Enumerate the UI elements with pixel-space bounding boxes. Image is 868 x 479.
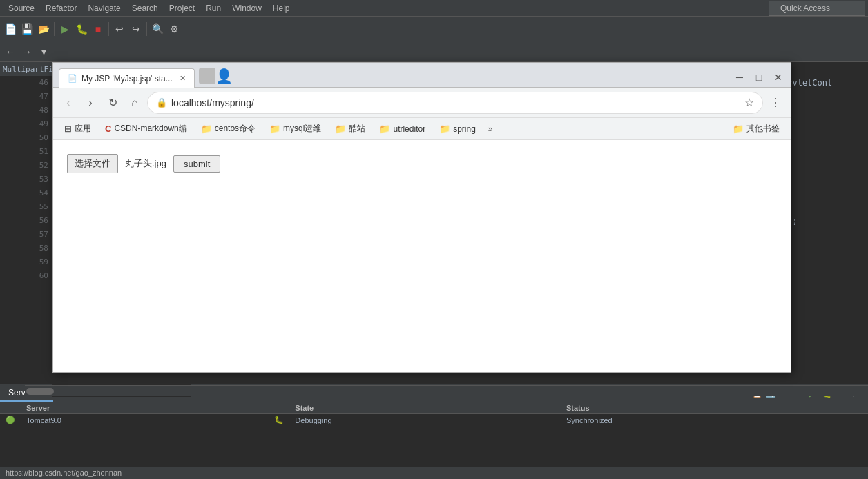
right-code-9: [778, 200, 868, 214]
menu-window[interactable]: Window: [226, 2, 267, 14]
submit-button[interactable]: submit: [173, 155, 220, 173]
csdn-label: CSDN-markdown编: [114, 123, 186, 135]
right-spacer: [778, 62, 868, 76]
bookmark-kuzhan[interactable]: 📁 酷站: [329, 120, 371, 137]
bookmarks-more-button[interactable]: »: [484, 121, 497, 137]
ide-toolbar2: ← → ▾: [0, 41, 868, 62]
left-file-panel: MultipartFilt 46 47 48 49 50 51 52 53 54…: [0, 62, 52, 283]
browser-titlebar: 📄 My JSP 'MyJsp.jsp' sta... ✕ 👤 ─ □ ✕: [53, 63, 791, 88]
bookmark-apps[interactable]: ⊞ 应用: [59, 120, 97, 137]
col-icon: [0, 402, 21, 414]
browser-menu-button[interactable]: ⋮: [766, 93, 785, 113]
redo-btn[interactable]: ↪: [128, 21, 144, 37]
kuzhan-label: 酷站: [349, 123, 365, 135]
row-icon: 🟢: [0, 414, 21, 427]
save-btn[interactable]: 💾: [19, 21, 35, 37]
search-btn[interactable]: 🔍: [150, 21, 165, 37]
browser-tab[interactable]: 📄 My JSP 'MyJsp.jsp' sta... ✕: [59, 68, 195, 88]
file-name-display: 丸子头.jpg: [125, 157, 166, 170]
toolbar-separator-1: [54, 22, 55, 36]
col-state-icon: [269, 402, 289, 414]
kuzhan-folder-icon: 📁: [335, 124, 346, 134]
utrleditor-folder-icon: 📁: [379, 124, 390, 134]
bookmark-mysql[interactable]: 📁 mysql运维: [264, 120, 327, 137]
new-file-btn[interactable]: 📄: [3, 21, 18, 37]
right-code-5: [778, 145, 868, 159]
minimize-button[interactable]: ─: [733, 70, 746, 84]
bookmark-spring[interactable]: 📁 spring: [434, 121, 481, 137]
forward-nav-button[interactable]: ›: [81, 93, 100, 113]
server-status: Synchronized: [561, 414, 868, 427]
status-bar: https://blog.csdn.net/gao_zhennan: [0, 467, 868, 479]
stop-btn[interactable]: ■: [90, 21, 106, 37]
quick-access-input[interactable]: Quick Access: [769, 1, 865, 16]
csdn-icon: C: [105, 124, 111, 134]
spring-label: spring: [453, 124, 476, 134]
other-label: 其他书签: [746, 123, 780, 135]
col-state: State: [289, 402, 547, 414]
apps-label: 应用: [75, 123, 91, 135]
right-code-1: [778, 90, 868, 104]
back-nav-button[interactable]: ‹: [59, 93, 78, 113]
menu-search[interactable]: Search: [126, 2, 164, 14]
right-code-10: ');: [778, 214, 868, 228]
bookmark-other[interactable]: 📁 其他书签: [727, 120, 785, 137]
spring-folder-icon: 📁: [439, 124, 450, 134]
new-tab-button[interactable]: [199, 68, 215, 84]
menu-refactor[interactable]: Refactor: [40, 2, 82, 14]
centos-folder-icon: 📁: [201, 124, 212, 134]
right-code-4: [778, 131, 868, 145]
close-button[interactable]: ✕: [771, 70, 785, 84]
utrleditor-label: utrleditor: [393, 124, 425, 134]
refresh-nav-button[interactable]: ↻: [103, 93, 122, 113]
ide-menubar: Source Refactor Navigate Search Project …: [0, 0, 868, 17]
bookmark-centos[interactable]: 📁 centos命令: [195, 120, 261, 137]
tab-close-icon[interactable]: ✕: [180, 74, 186, 83]
col-status: Status: [561, 402, 868, 414]
bookmark-csdn[interactable]: C CSDN-markdown编: [99, 120, 193, 137]
open-btn[interactable]: 📂: [36, 21, 51, 37]
run-btn[interactable]: ▶: [57, 21, 73, 37]
line-numbers: 46 47 48 49 50 51 52 53 54 55 56 57 58 5…: [0, 76, 52, 283]
bookmark-utrleditor[interactable]: 📁 utrleditor: [374, 121, 431, 137]
window-controls: ─ □ ✕: [733, 70, 785, 87]
right-code-panel: ervletCont ');: [778, 62, 868, 228]
nav-dropdown-btn[interactable]: ▾: [36, 44, 51, 59]
address-bar[interactable]: 🔒 localhost/myspring/ ☆: [147, 92, 763, 114]
menu-source[interactable]: Source: [3, 2, 40, 14]
file-upload-form: 选择文件 丸子头.jpg submit: [67, 154, 777, 173]
toolbar-separator-3: [146, 22, 147, 36]
other-folder-icon: 📁: [733, 124, 744, 134]
right-code-7: [778, 173, 868, 186]
menu-navigate[interactable]: Navigate: [82, 2, 126, 14]
menu-help[interactable]: Help: [267, 2, 296, 14]
settings-btn[interactable]: ⚙: [166, 21, 182, 37]
server-table: Server State Status 🟢 Tomcat9.0 🐛 Debugg…: [0, 402, 868, 426]
choose-file-button[interactable]: 选择文件: [67, 154, 118, 173]
bookmark-star-icon[interactable]: ☆: [744, 96, 754, 109]
apps-icon: ⊞: [64, 124, 72, 134]
toolbar-separator-2: [108, 22, 109, 36]
user-icon: 👤: [215, 68, 233, 87]
menu-run[interactable]: Run: [200, 2, 226, 14]
scrollbar-thumb[interactable]: [26, 388, 54, 395]
status-url: https://blog.csdn.net/gao_zhennan: [6, 469, 122, 477]
quick-access-label: Quick Access: [775, 2, 836, 14]
maximize-button[interactable]: □: [752, 70, 766, 84]
back-btn[interactable]: ←: [3, 44, 18, 59]
status-icon: [547, 414, 561, 427]
menu-project[interactable]: Project: [164, 2, 200, 14]
tab-label: My JSP 'MyJsp.jsp' sta...: [81, 74, 173, 84]
bottom-content: Server State Status 🟢 Tomcat9.0 🐛 Debugg…: [0, 402, 868, 467]
bookmarks-bar: ⊞ 应用 C CSDN-markdown编 📁 centos命令 📁 mysql…: [53, 118, 791, 140]
home-nav-button[interactable]: ⌂: [125, 93, 144, 113]
h-scrollbar[interactable]: [25, 385, 868, 396]
forward-btn[interactable]: →: [19, 44, 35, 59]
table-row[interactable]: 🟢 Tomcat9.0 🐛 Debugging Synchronized: [0, 414, 868, 427]
ide-toolbar: 📄 💾 📂 ▶ 🐛 ■ ↩ ↪ 🔍 ⚙: [0, 17, 868, 41]
state-icon: 🐛: [269, 414, 289, 427]
browser-toolbar: ‹ › ↻ ⌂ 🔒 localhost/myspring/ ☆ ⋮: [53, 88, 791, 118]
undo-btn[interactable]: ↩: [112, 21, 127, 37]
server-state: Debugging: [289, 414, 547, 427]
debug-btn[interactable]: 🐛: [74, 21, 89, 37]
